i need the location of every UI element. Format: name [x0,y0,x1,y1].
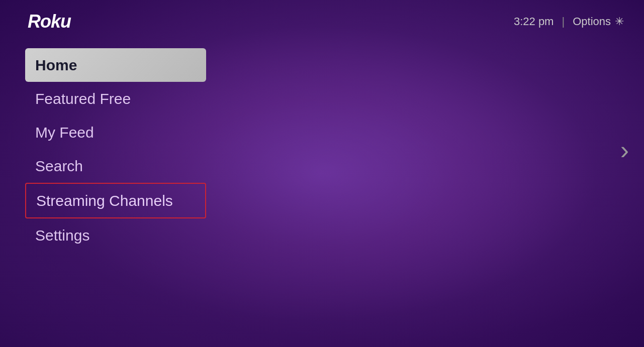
nav-item-streaming-channels[interactable]: Streaming Channels [25,183,206,218]
header-right: 3:22 pm | Options ✳ [514,15,624,28]
header: Roku 3:22 pm | Options ✳ [0,0,644,43]
nav-item-settings[interactable]: Settings [25,218,206,252]
main-content: HomeFeatured FreeMy FeedSearchStreaming … [0,48,644,252]
nav-item-home[interactable]: Home [25,48,206,82]
sidebar: HomeFeatured FreeMy FeedSearchStreaming … [0,48,231,252]
header-divider: | [562,15,565,28]
nav-item-search[interactable]: Search [25,149,206,183]
nav-item-featured-free[interactable]: Featured Free [25,82,206,115]
clock-display: 3:22 pm [514,15,554,28]
roku-logo: Roku [28,11,71,32]
options-star-icon: ✳ [615,15,624,28]
content-area: › [231,48,644,252]
nav-item-my-feed[interactable]: My Feed [25,115,206,149]
options-label: Options [573,15,611,28]
chevron-right-icon: › [620,137,629,163]
options-button[interactable]: Options ✳ [573,15,624,28]
